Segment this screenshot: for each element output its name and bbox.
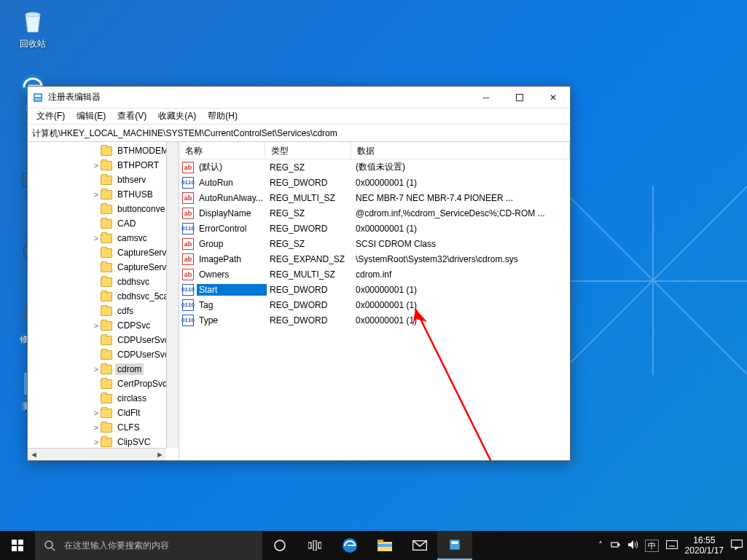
taskbar-clock[interactable]: 16:55 2020/1/17 bbox=[685, 535, 724, 556]
string-icon: ab bbox=[182, 238, 194, 250]
notifications-icon[interactable] bbox=[731, 540, 743, 552]
tree-node[interactable]: >CDPSvc bbox=[28, 318, 179, 333]
svg-point-23 bbox=[275, 540, 285, 551]
binary-icon: 0110 bbox=[182, 177, 194, 189]
svg-rect-32 bbox=[450, 540, 460, 550]
explorer-icon[interactable] bbox=[367, 531, 402, 560]
titlebar[interactable]: 注册表编辑器 ─ ✕ bbox=[28, 87, 570, 109]
col-name[interactable]: 名称 bbox=[179, 142, 265, 159]
menu-item[interactable]: 文件(F) bbox=[32, 109, 69, 124]
value-row[interactable]: abGroupREG_SZSCSI CDROM Class bbox=[179, 236, 570, 251]
wallpaper-logo bbox=[558, 186, 747, 375]
tree-hscrollbar[interactable]: ◄ ► bbox=[28, 448, 166, 460]
desktop[interactable]: 回收站Mic此秒修复升测试1 注册表编辑器 ─ ✕ 文件(F)编辑(E)查看(V… bbox=[0, 0, 747, 560]
tree-node[interactable]: CDPUserSvc bbox=[28, 333, 179, 347]
svg-rect-18 bbox=[18, 540, 23, 545]
close-button[interactable]: ✕ bbox=[536, 87, 570, 108]
value-row[interactable]: 0110ErrorControlREG_DWORD0x00000001 (1) bbox=[179, 221, 570, 236]
value-row[interactable]: abOwnersREG_MULTI_SZcdrom.inf bbox=[179, 267, 570, 282]
string-icon: ab bbox=[182, 269, 194, 280]
tree-node[interactable]: cdfs bbox=[28, 304, 179, 318]
svg-rect-14 bbox=[517, 94, 523, 100]
window-controls: ─ ✕ bbox=[469, 87, 570, 108]
menu-item[interactable]: 编辑(E) bbox=[72, 109, 110, 124]
col-data[interactable]: 数据 bbox=[351, 142, 570, 159]
edge-icon[interactable] bbox=[332, 531, 367, 560]
tree-node[interactable]: CaptureServ bbox=[28, 260, 179, 275]
keyboard-icon[interactable] bbox=[666, 540, 678, 551]
tree-node[interactable]: circlass bbox=[28, 391, 179, 406]
task-view-icon[interactable] bbox=[297, 531, 332, 560]
address-bar[interactable]: 计算机\HKEY_LOCAL_MACHINE\SYSTEM\CurrentCon… bbox=[28, 125, 570, 142]
tree-node[interactable]: BTHMODEM bbox=[28, 143, 179, 158]
svg-rect-37 bbox=[666, 540, 677, 548]
taskbar: 在这里输入你要搜索的内容 ˄ 中 16:55 2020/1/17 bbox=[0, 531, 747, 560]
clock-date: 2020/1/17 bbox=[685, 545, 724, 556]
tree-node[interactable]: CDPUserSvc bbox=[28, 347, 179, 362]
svg-rect-11 bbox=[34, 93, 42, 102]
value-row[interactable]: abDisplayNameREG_SZ@cdrom.inf,%cdrom_Ser… bbox=[179, 205, 570, 221]
tree-node[interactable]: >BTHPORT bbox=[28, 158, 179, 173]
menu-item[interactable]: 收藏夹(A) bbox=[154, 109, 200, 124]
value-row[interactable]: 0110StartREG_DWORD0x00000001 (1) bbox=[179, 282, 570, 297]
tree-node[interactable]: CAD bbox=[28, 216, 179, 231]
svg-rect-20 bbox=[18, 546, 23, 551]
binary-icon: 0110 bbox=[182, 223, 194, 234]
tree-node[interactable]: >ClipSVC bbox=[28, 435, 179, 449]
maximize-button[interactable] bbox=[503, 87, 536, 108]
svg-line-15 bbox=[415, 309, 491, 460]
svg-rect-34 bbox=[611, 543, 618, 547]
cortana-icon[interactable] bbox=[262, 531, 297, 560]
tree-node[interactable]: CaptureServ bbox=[28, 245, 179, 260]
menu-item[interactable]: 查看(V) bbox=[113, 109, 151, 124]
power-icon[interactable] bbox=[610, 540, 620, 552]
tray-chevron-icon[interactable]: ˄ bbox=[598, 540, 603, 551]
tree-pane[interactable]: BTHMODEM>BTHPORTbthserv>BTHUSBbuttonconv… bbox=[28, 142, 179, 460]
mail-icon[interactable] bbox=[402, 531, 437, 560]
ime-indicator[interactable]: 中 bbox=[645, 540, 659, 552]
regedit-taskbar-icon[interactable] bbox=[437, 531, 472, 560]
taskbar-search[interactable]: 在这里输入你要搜索的内容 bbox=[35, 531, 262, 560]
taskbar-apps bbox=[262, 531, 472, 560]
tree-node[interactable]: >BTHUSB bbox=[28, 187, 179, 202]
svg-rect-41 bbox=[732, 540, 743, 547]
tree-node[interactable]: >CldFlt bbox=[28, 406, 179, 420]
svg-rect-29 bbox=[378, 540, 383, 543]
svg-rect-13 bbox=[35, 98, 41, 100]
tree-node[interactable]: cbdhsvc_5ca bbox=[28, 289, 179, 304]
tree-node[interactable]: >camsvc bbox=[28, 231, 179, 245]
tree-node[interactable]: buttonconve bbox=[28, 202, 179, 216]
menu-item[interactable]: 帮助(H) bbox=[203, 109, 242, 124]
svg-rect-24 bbox=[308, 543, 311, 548]
scroll-right-icon[interactable]: ► bbox=[154, 449, 166, 460]
value-row[interactable]: 0110TypeREG_DWORD0x00000001 (1) bbox=[179, 312, 570, 328]
tree-node[interactable]: bthserv bbox=[28, 173, 179, 187]
minimize-button[interactable]: ─ bbox=[469, 87, 503, 108]
tree-node[interactable]: CertPropSvc bbox=[28, 376, 179, 391]
value-row[interactable]: 0110TagREG_DWORD0x00000001 (1) bbox=[179, 297, 570, 312]
desktop-icon-recycle-bin[interactable]: 回收站 bbox=[6, 6, 60, 50]
svg-rect-17 bbox=[12, 540, 17, 545]
string-icon: ab bbox=[182, 192, 194, 204]
svg-rect-12 bbox=[35, 95, 41, 97]
menubar: 文件(F)编辑(E)查看(V)收藏夹(A)帮助(H) bbox=[28, 109, 570, 125]
system-tray: ˄ 中 16:55 2020/1/17 bbox=[594, 531, 747, 560]
volume-icon[interactable] bbox=[627, 540, 638, 552]
values-pane[interactable]: 名称 类型 数据 ab(默认)REG_SZ(数值未设置)0110AutoRunR… bbox=[179, 142, 570, 460]
tree-node[interactable]: cbdhsvc bbox=[28, 275, 179, 289]
value-row[interactable]: abImagePathREG_EXPAND_SZ\SystemRoot\Syst… bbox=[179, 251, 570, 267]
start-button[interactable] bbox=[0, 531, 35, 560]
value-row[interactable]: 0110AutoRunREG_DWORD0x00000001 (1) bbox=[179, 175, 570, 190]
svg-rect-25 bbox=[313, 540, 316, 551]
scroll-left-icon[interactable]: ◄ bbox=[28, 449, 40, 460]
value-row[interactable]: abAutoRunAlway...REG_MULTI_SZNEC MBR-7 N… bbox=[179, 190, 570, 205]
svg-rect-33 bbox=[452, 542, 458, 544]
col-type[interactable]: 类型 bbox=[265, 142, 351, 159]
value-row[interactable]: ab(默认)REG_SZ(数值未设置) bbox=[179, 159, 570, 175]
tree-vscrollbar[interactable] bbox=[166, 142, 179, 448]
column-headers[interactable]: 名称 类型 数据 bbox=[179, 142, 570, 159]
string-icon: ab bbox=[182, 162, 194, 173]
tree-node[interactable]: >CLFS bbox=[28, 420, 179, 435]
tree-node[interactable]: >cdrom bbox=[28, 362, 179, 376]
svg-point-21 bbox=[45, 541, 52, 548]
